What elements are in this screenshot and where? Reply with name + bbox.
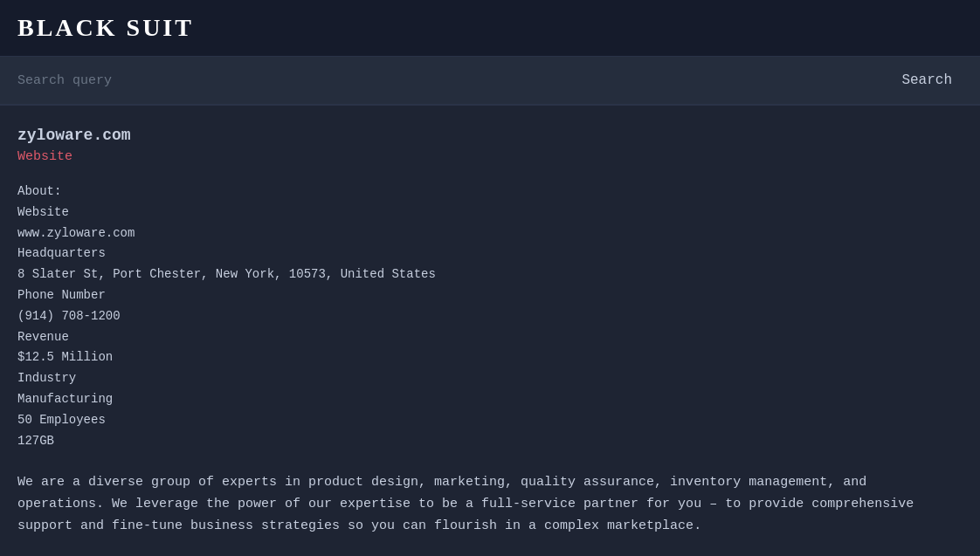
industry-label: Industry	[17, 371, 76, 385]
company-details: About: Website www.zyloware.com Headquar…	[17, 182, 963, 451]
headquarters-value: 8 Slater St, Port Chester, New York, 105…	[17, 267, 436, 281]
company-name: zyloware.com	[17, 127, 963, 144]
search-bar: Search	[0, 57, 980, 106]
about-label: About:	[17, 184, 61, 198]
website-url: www.zyloware.com	[17, 226, 135, 240]
main-content: zyloware.com Website About: Website www.…	[0, 106, 980, 556]
header: BLACK SUIT	[0, 0, 980, 57]
search-input[interactable]	[17, 73, 891, 88]
employees: 50 Employees	[17, 413, 106, 427]
revenue-value: $12.5 Million	[17, 350, 113, 364]
phone-label: Phone Number	[17, 288, 106, 302]
website-link[interactable]: Website	[17, 149, 963, 164]
headquarters-label: Headquarters	[17, 246, 106, 260]
industry-value: Manufacturing	[17, 392, 113, 406]
company-description: We are a diverse group of experts in pro…	[17, 472, 961, 537]
revenue-label: Revenue	[17, 330, 69, 344]
phone-value: (914) 708-1200	[17, 309, 121, 323]
website-label: Website	[17, 205, 69, 219]
search-button[interactable]: Search	[891, 69, 963, 92]
app-title: BLACK SUIT	[17, 14, 963, 42]
storage: 127GB	[17, 434, 54, 448]
